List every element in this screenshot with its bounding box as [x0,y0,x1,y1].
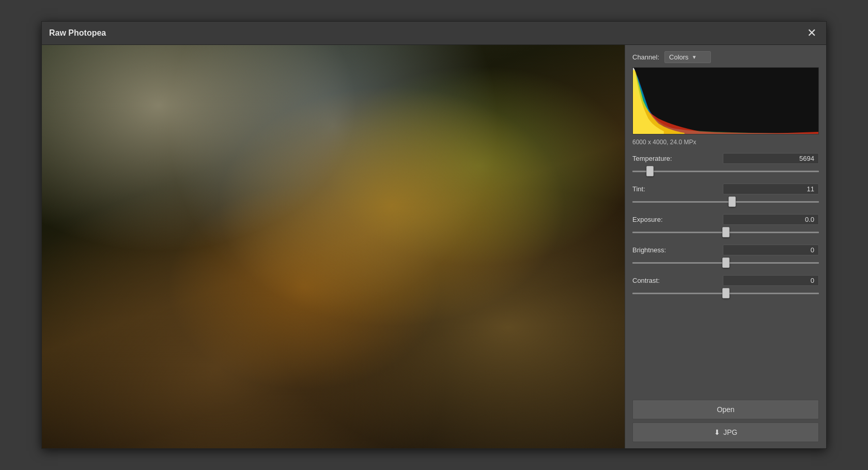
title-bar: Raw Photopea ✕ [42,22,826,45]
exposure-slider[interactable] [632,232,819,233]
brightness-slider[interactable] [632,262,819,264]
dialog-title: Raw Photopea [49,28,106,38]
contrast-slider[interactable] [632,293,819,294]
contrast-control: Contrast: [632,275,819,304]
chevron-down-icon: ▼ [692,54,697,60]
exposure-value[interactable] [723,214,819,225]
brightness-header: Brightness: [632,245,819,255]
contrast-value[interactable] [723,275,819,286]
open-button[interactable]: Open [632,400,819,419]
sidebar: Channel: Colors ▼ [625,45,826,448]
exposure-label: Exposure: [632,216,663,223]
channel-dropdown[interactable]: Colors ▼ [664,51,711,63]
tint-label: Tint: [632,185,645,193]
contrast-label: Contrast: [632,277,660,284]
channel-label: Channel: [632,53,659,61]
raw-photopea-dialog: Raw Photopea ✕ Channel: Colors ▼ [41,21,827,449]
close-button[interactable]: ✕ [804,26,819,40]
brightness-label: Brightness: [632,246,666,254]
exposure-control: Exposure: [632,214,819,242]
jpg-label: JPG [723,428,737,436]
tint-slider-container [632,196,819,207]
contrast-slider-container [632,288,819,298]
brightness-value[interactable] [723,245,819,255]
image-panel [42,45,625,448]
image-info: 6000 x 4000, 24.0 MPx [632,139,819,146]
histogram [632,67,819,134]
contrast-header: Contrast: [632,275,819,286]
exposure-slider-container [632,227,819,237]
temperature-header: Temperature: [632,153,819,164]
temperature-slider[interactable] [632,171,819,172]
exposure-header: Exposure: [632,214,819,225]
temperature-slider-container [632,166,819,176]
brightness-slider-container [632,257,819,268]
temperature-value[interactable] [723,153,819,164]
tint-header: Tint: [632,184,819,194]
brightness-control: Brightness: [632,245,819,273]
histogram-svg [633,68,818,134]
photo-preview [42,45,625,448]
content-area: Channel: Colors ▼ [42,45,826,448]
channel-row: Channel: Colors ▼ [632,51,819,63]
temperature-label: Temperature: [632,155,672,162]
channel-value: Colors [669,53,689,61]
tint-control: Tint: [632,184,819,212]
temperature-control: Temperature: [632,153,819,181]
jpg-button[interactable]: ⬇ JPG [632,422,819,442]
download-icon: ⬇ [714,428,720,436]
tint-slider[interactable] [632,201,819,203]
tint-value[interactable] [723,184,819,194]
